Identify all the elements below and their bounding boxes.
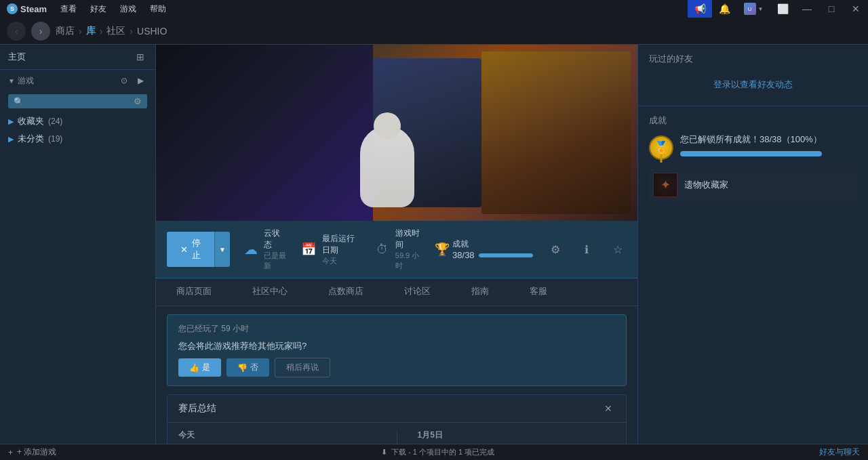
sub-navigation: 商店页面 社区中心 点数商店 讨论区 指南 客服: [156, 278, 637, 306]
window-close-button[interactable]: ✕: [844, 0, 868, 18]
last-run-stat: 📅 最后运行日期 今天: [301, 233, 361, 266]
grid-view-icon[interactable]: ⊞: [134, 50, 147, 64]
search-icon: 🔍: [14, 97, 24, 106]
subnav-discussions[interactable]: 讨论区: [384, 278, 451, 306]
favorite-button[interactable]: ☆: [609, 238, 627, 260]
achievement-info: 成就 38/38: [452, 238, 533, 260]
favorites-count: (24): [48, 117, 62, 126]
subnav-store[interactable]: 商店页面: [156, 278, 232, 306]
play-time-label: 游戏时间: [395, 228, 421, 251]
cloud-sublabel: 已是最新: [264, 251, 288, 271]
uncategorized-label: 未分类: [18, 133, 44, 145]
subnav-support[interactable]: 客服: [509, 278, 568, 306]
subnav-community[interactable]: 社区中心: [232, 278, 308, 306]
sidebar-item-favorites[interactable]: ▶ 收藏夹 (24): [0, 112, 155, 130]
settings-button[interactable]: ⚙: [547, 238, 564, 260]
cloud-label: 云状态: [264, 228, 288, 251]
breadcrumb-sep-3: ›: [130, 26, 133, 37]
recent-achievement-thumb: ✦: [653, 173, 677, 197]
steam-logo-icon: S: [7, 3, 18, 14]
achievement-stat: 🏆 成就 38/38: [435, 238, 533, 260]
recommend-yes-button[interactable]: 👍 是: [178, 358, 221, 377]
jan5-label: 1月5日: [418, 430, 616, 441]
menu-help[interactable]: 帮助: [143, 0, 173, 18]
post-match-close-button[interactable]: ✕: [601, 402, 615, 415]
last-run-value: 今天: [322, 256, 361, 266]
login-link[interactable]: 登录以查看好友动态: [713, 79, 793, 89]
search-input[interactable]: [28, 97, 130, 106]
chevron-down-icon: ▼: [758, 6, 764, 12]
chevron-down-icon: ▼: [8, 77, 15, 85]
stop-dropdown-button[interactable]: ▼: [214, 232, 230, 267]
info-button[interactable]: ℹ: [578, 238, 595, 260]
broadcast-button[interactable]: 📢: [688, 0, 712, 18]
notification-icon: 🔔: [719, 3, 730, 14]
breadcrumb-user[interactable]: USHIO: [137, 26, 167, 37]
menu-games[interactable]: 游戏: [113, 0, 143, 18]
download-icon: ⬇: [381, 448, 387, 457]
achievement-progress-fill: [680, 151, 822, 156]
recommendation-bar: 您已经玩了 59 小时 您会将此游戏推荐给其他玩家吗? 👍 是 👎 否 稍后再说: [167, 314, 627, 386]
subnav-guides[interactable]: 指南: [451, 278, 509, 306]
recommend-later-button[interactable]: 稍后再说: [275, 358, 330, 377]
window-maximize-button[interactable]: □: [819, 0, 844, 18]
game-controls-bar: ✕ 停止 ▼ ☁ 云状态 已是最新 📅 最后运行日期 今天: [156, 221, 637, 278]
stop-button[interactable]: ✕ 停止: [167, 232, 214, 267]
sidebar-item-uncategorized[interactable]: ▶ 未分类 (19): [0, 130, 155, 148]
sidebar-home: 主页 ⊞: [0, 45, 155, 70]
recent-achievement-name: 遗物收藏家: [684, 179, 728, 191]
achievement-summary-info: 您已解锁所有成就！38/38（100%）: [680, 133, 822, 162]
sidebar: 主页 ⊞ ▼ 游戏 ⊙ ▶ 🔍 ⚙ ▶ 收藏夹 (24) ▶ 未分类 (19: [0, 45, 156, 444]
clock-icon[interactable]: ⊙: [117, 74, 131, 87]
clock-icon: ⏱: [374, 240, 389, 259]
maximize-icon: □: [829, 3, 834, 14]
recommend-prompt: 您会将此游戏推荐给其他玩家吗?: [178, 340, 615, 352]
window-tv-button[interactable]: ⬜: [770, 0, 795, 18]
plus-icon: +: [8, 448, 13, 457]
recommend-actions: 👍 是 👎 否 稍后再说: [178, 358, 615, 377]
window-minimize-button[interactable]: —: [795, 0, 819, 18]
friends-chat-button[interactable]: 好友与聊天: [819, 446, 860, 458]
avatar-icon: U: [744, 3, 756, 15]
add-game-button[interactable]: + + 添加游戏: [8, 446, 56, 458]
today-label: 今天: [178, 430, 376, 441]
breadcrumb-store[interactable]: 商店: [56, 25, 75, 37]
play-time-info: 游戏时间 59.9 小时: [395, 228, 421, 271]
sidebar-section-icons: ⊙ ▶: [117, 74, 147, 87]
avatar-button[interactable]: U ▼: [736, 0, 770, 18]
steam-title: Steam: [20, 4, 47, 14]
post-match-divider: [397, 430, 397, 444]
login-prompt: 登录以查看好友动态: [649, 72, 857, 98]
sidebar-search[interactable]: 🔍 ⚙: [8, 94, 147, 108]
uncategorized-expand-icon: ▶: [8, 135, 14, 144]
cloud-icon: ☁: [243, 240, 258, 259]
menu-friends[interactable]: 好友: [83, 0, 113, 18]
forward-button[interactable]: ›: [31, 22, 50, 41]
recommend-no-button[interactable]: 👎 否: [226, 358, 269, 377]
breadcrumb: 商店 › 库 › 社区 › USHIO: [56, 25, 167, 37]
menu-view[interactable]: 查看: [54, 0, 83, 18]
progress-bar-container: [680, 151, 822, 156]
notification-button[interactable]: 🔔: [712, 0, 736, 18]
achievement-summary: 您已解锁所有成就！38/38（100%）: [680, 133, 822, 146]
back-button[interactable]: ‹: [7, 22, 26, 41]
post-match-body: 今天 ✦ 遗物收藏家 获取所有的遗物 21.2% 的玩家拥有此成就: [167, 423, 626, 444]
recent-achievement-info: 遗物收藏家: [684, 179, 728, 191]
achievements-title: 成就: [649, 114, 857, 127]
post-match-panel: 赛后总结 ✕ 今天 ✦ 遗物收藏家 获取所有的遗物 21.2% 的: [167, 394, 627, 444]
main-layout: 主页 ⊞ ▼ 游戏 ⊙ ▶ 🔍 ⚙ ▶ 收藏夹 (24) ▶ 未分类 (19: [0, 45, 868, 444]
achievement-label: 成就: [452, 238, 533, 250]
achievements-section: 成就 🏅 您已解锁所有成就！38/38（100%） ✦ 遗物收藏: [638, 106, 868, 209]
sidebar-home-label: 主页: [8, 51, 26, 63]
tv-icon: ⬜: [777, 3, 789, 14]
recommend-question: 您已经玩了 59 小时: [178, 323, 615, 335]
steam-logo[interactable]: S Steam: [0, 0, 54, 18]
play-icon[interactable]: ▶: [134, 74, 147, 87]
breadcrumb-sep-2: ›: [100, 26, 103, 37]
breadcrumb-community[interactable]: 社区: [106, 25, 125, 37]
breadcrumb-library[interactable]: 库: [86, 25, 96, 37]
favorites-label: 收藏夹: [18, 115, 44, 127]
subnav-points[interactable]: 点数商店: [308, 278, 384, 306]
filter-icon[interactable]: ⚙: [134, 96, 142, 106]
thumbs-down-icon: 👎: [237, 363, 248, 373]
